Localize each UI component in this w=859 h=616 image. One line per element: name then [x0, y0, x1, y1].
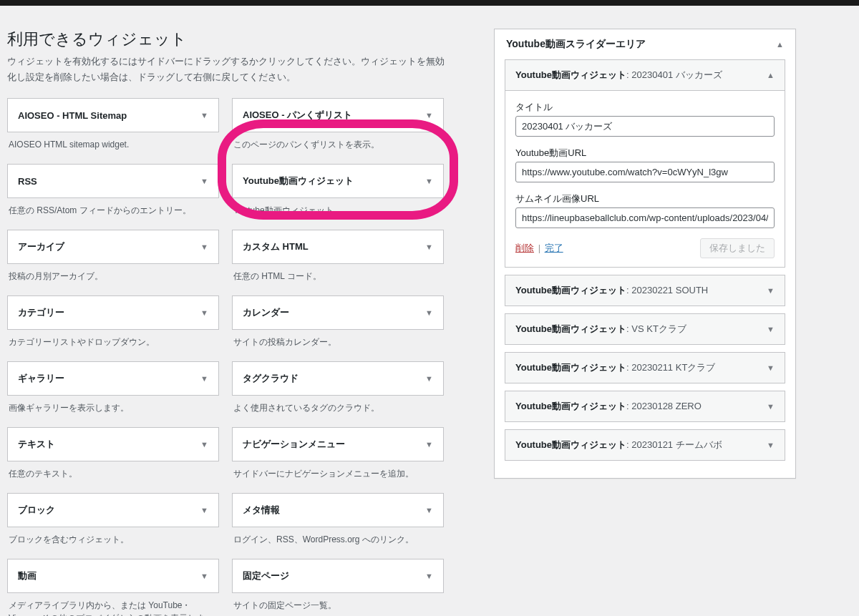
- available-widget-title: タグクラウド: [243, 372, 299, 385]
- available-widget-bar[interactable]: カテゴリー▼: [7, 295, 219, 330]
- widget-instance-subtitle: : 20230121 チームバボ: [626, 439, 722, 450]
- available-widget: Youtube動画ウィジェット▼Youtube動画ウィジェット: [232, 164, 444, 221]
- available-widgets-section: 利用できるウィジェット ウィジェットを有効化するにはサイドバーにドラッグするかク…: [7, 29, 451, 616]
- available-widget-desc: 任意のテキスト。: [9, 467, 218, 480]
- youtube-url-input[interactable]: [515, 162, 775, 182]
- available-widget-title: ギャラリー: [18, 372, 64, 385]
- widget-instance-header[interactable]: Youtube動画ウィジェット: VS KTクラブ▼: [505, 314, 785, 344]
- available-widget: ギャラリー▼画像ギャラリーを表示します。: [7, 361, 219, 419]
- widget-instance-header[interactable]: Youtube動画ウィジェット: 20230211 KTクラブ▼: [505, 353, 785, 383]
- widget-instance-header[interactable]: Youtube動画ウィジェット: 20230121 チームバボ▼: [505, 430, 785, 460]
- delete-link[interactable]: 削除: [515, 243, 534, 253]
- available-widget-title: アーカイブ: [18, 240, 64, 253]
- widget-instance-closed: Youtube動画ウィジェット: 20230221 SOUTH▼: [505, 275, 785, 306]
- available-widget-title: カテゴリー: [18, 306, 64, 319]
- available-widget: テキスト▼任意のテキスト。: [7, 427, 219, 484]
- chevron-down-icon: ▼: [200, 440, 208, 449]
- field-label-title: タイトル: [515, 101, 775, 114]
- chevron-down-icon: ▼: [425, 440, 433, 449]
- available-widget-bar[interactable]: アーカイブ▼: [7, 230, 219, 264]
- sidebar-area-header[interactable]: Youtube動画スライダーエリア ▲: [495, 29, 795, 59]
- available-widget-title: Youtube動画ウィジェット: [243, 175, 354, 187]
- save-button: 保存しました: [700, 238, 775, 258]
- available-widget-title: AIOSEO - パンくずリスト: [243, 109, 352, 122]
- available-widget-desc: 画像ギャラリーを表示します。: [9, 401, 218, 414]
- available-widget-bar[interactable]: AIOSEO - HTML Sitemap▼: [7, 98, 219, 132]
- available-widget-bar[interactable]: カスタム HTML▼: [232, 230, 444, 264]
- available-widget: カスタム HTML▼任意の HTML コード。: [232, 230, 444, 287]
- widget-instance-open: Youtube動画ウィジェット: 20230401 バッカーズ ▲ タイトル Y…: [505, 59, 785, 268]
- available-widget-desc: カテゴリーリストやドロップダウン。: [9, 336, 218, 348]
- available-widget-title: ナビゲーションメニュー: [243, 438, 345, 451]
- chevron-down-icon: ▼: [200, 506, 208, 514]
- available-widget: AIOSEO - HTML Sitemap▼AIOSEO HTML sitema…: [7, 98, 219, 155]
- field-label-url: Youtube動画URL: [515, 147, 775, 160]
- available-widget-desc: このページのパンくずリストを表示。: [233, 138, 442, 151]
- title-input[interactable]: [515, 116, 775, 137]
- widget-instance-closed: Youtube動画ウィジェット: 20230128 ZERO▼: [505, 391, 785, 422]
- available-widget-desc: メディアライブラリ内から、または YouTube・Vimeo・その他のプロバイダ…: [9, 599, 218, 616]
- available-widget: RSS▼任意の RSS/Atom フィードからのエントリー。: [7, 164, 219, 221]
- available-widget-title: 動画: [18, 569, 37, 582]
- available-widget-bar[interactable]: AIOSEO - パンくずリスト▼: [232, 98, 444, 132]
- done-link[interactable]: 完了: [545, 243, 563, 253]
- chevron-down-icon: ▼: [425, 177, 433, 185]
- available-widget-desc: ブロックを含むウィジェット。: [9, 533, 218, 546]
- available-widget-bar[interactable]: Youtube動画ウィジェット▼: [232, 164, 444, 198]
- available-widget-bar[interactable]: タグクラウド▼: [232, 361, 444, 396]
- widget-instance-type: Youtube動画ウィジェット: [515, 439, 626, 450]
- available-widget: タグクラウド▼よく使用されているタグのクラウド。: [232, 361, 444, 419]
- widget-instance-type: Youtube動画ウィジェット: [515, 285, 626, 295]
- chevron-down-icon: ▼: [425, 506, 433, 514]
- chevron-down-icon: ▼: [425, 572, 433, 580]
- chevron-down-icon: ▼: [200, 111, 208, 119]
- available-widget-bar[interactable]: ナビゲーションメニュー▼: [232, 427, 444, 461]
- sidebar-area-title: Youtube動画スライダーエリア: [506, 38, 646, 51]
- chevron-down-icon: ▼: [767, 402, 775, 411]
- chevron-down-icon: ▼: [425, 374, 433, 383]
- widget-instance-closed: Youtube動画ウィジェット: VS KTクラブ▼: [505, 313, 785, 345]
- available-widget-desc: Youtube動画ウィジェット: [233, 204, 442, 217]
- thumbnail-url-input[interactable]: [515, 207, 775, 228]
- available-widget: メタ情報▼ログイン、RSS、WordPress.org へのリンク。: [232, 493, 444, 550]
- widget-instance-subtitle: 20230401 バッカーズ: [631, 69, 722, 80]
- widget-instance-subtitle: : 20230211 KTクラブ: [626, 362, 715, 373]
- available-widget-desc: ログイン、RSS、WordPress.org へのリンク。: [233, 533, 442, 546]
- available-widget: ナビゲーションメニュー▼サイドバーにナビゲーションメニューを追加。: [232, 427, 444, 484]
- available-widget-bar[interactable]: カレンダー▼: [232, 295, 444, 330]
- available-widget: 固定ページ▼サイトの固定ページ一覧。: [232, 559, 444, 616]
- chevron-down-icon: ▼: [200, 177, 208, 185]
- widget-instance-type: Youtube動画ウィジェット: [515, 362, 626, 373]
- available-widget-bar[interactable]: RSS▼: [7, 164, 219, 198]
- widget-instance-header[interactable]: Youtube動画ウィジェット: 20230221 SOUTH▼: [505, 275, 785, 305]
- available-widget-desc: 任意の RSS/Atom フィードからのエントリー。: [9, 204, 218, 217]
- widget-instance-header[interactable]: Youtube動画ウィジェット: 20230401 バッカーズ ▲: [505, 60, 785, 91]
- available-widget-desc: サイドバーにナビゲーションメニューを追加。: [233, 467, 442, 480]
- available-widget-title: メタ情報: [243, 504, 280, 517]
- chevron-down-icon: ▼: [425, 111, 433, 119]
- chevron-down-icon: ▼: [767, 363, 775, 372]
- chevron-down-icon: ▼: [767, 286, 775, 295]
- available-widget-bar[interactable]: 動画▼: [7, 559, 219, 593]
- available-widget: カレンダー▼サイトの投稿カレンダー。: [232, 295, 444, 353]
- available-widget-bar[interactable]: 固定ページ▼: [232, 559, 444, 593]
- widget-instance-header[interactable]: Youtube動画ウィジェット: 20230128 ZERO▼: [505, 391, 785, 421]
- chevron-up-icon: ▲: [767, 71, 775, 79]
- chevron-down-icon: ▼: [767, 325, 775, 333]
- widget-instance-type: Youtube動画ウィジェット: [515, 323, 626, 334]
- available-widget-bar[interactable]: テキスト▼: [7, 427, 219, 461]
- chevron-down-icon: ▼: [767, 441, 775, 449]
- chevron-down-icon: ▼: [425, 308, 433, 317]
- available-widget-title: カレンダー: [243, 306, 289, 319]
- widget-instance-subtitle: : VS KTクラブ: [626, 323, 686, 334]
- available-widget-desc: AIOSEO HTML sitemap widget.: [9, 138, 218, 151]
- available-widget-bar[interactable]: ブロック▼: [7, 493, 219, 527]
- available-widget-desc: 任意の HTML コード。: [233, 270, 442, 283]
- available-widget-title: テキスト: [18, 438, 55, 451]
- available-widget-bar[interactable]: ギャラリー▼: [7, 361, 219, 396]
- available-widget-desc: よく使用されているタグのクラウド。: [233, 401, 442, 414]
- chevron-down-icon: ▼: [200, 243, 208, 251]
- available-widget: カテゴリー▼カテゴリーリストやドロップダウン。: [7, 295, 219, 353]
- available-widget-bar[interactable]: メタ情報▼: [232, 493, 444, 527]
- widget-instance-subtitle: : 20230128 ZERO: [626, 401, 702, 411]
